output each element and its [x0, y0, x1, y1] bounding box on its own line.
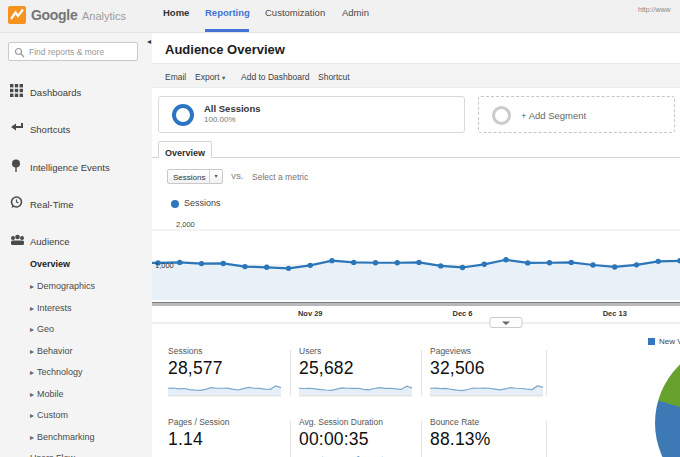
metric-value: 1.14	[168, 429, 286, 450]
sidebar-item-users-flow[interactable]: Users Flow	[0, 453, 152, 457]
metric-card-avg-duration: Avg. Session Duration 00:00:35	[299, 417, 417, 457]
metric-value: 32,506	[430, 358, 548, 379]
new-visitor-legend-swatch	[648, 338, 655, 345]
expand-arrow-icon: ▸	[30, 411, 34, 420]
metric-value: 25,682	[299, 358, 417, 379]
sessions-legend-dot-icon	[171, 200, 179, 208]
sidebar-item-geo[interactable]: ▸ Geo	[0, 324, 152, 338]
top-header: Google Analytics Home Reporting Customiz…	[0, 0, 680, 33]
shortcuts-arrow-icon	[10, 121, 24, 134]
expand-arrow-icon: ▸	[30, 304, 34, 313]
sidebar-item-label: Dashboards	[30, 87, 81, 98]
sidebar-item-custom[interactable]: ▸ Custom	[0, 410, 152, 424]
search-input[interactable]	[29, 44, 134, 59]
sidebar-item-label: Shortcuts	[30, 124, 70, 135]
shortcut-button[interactable]: Shortcut	[318, 72, 350, 82]
svg-text:Nov 29: Nov 29	[298, 309, 323, 318]
card-divider	[546, 421, 547, 457]
metric-card-users: Users 25,682	[299, 346, 417, 401]
select-metric-dropdown[interactable]: Select a metric	[252, 172, 308, 182]
add-segment-button[interactable]: + Add Segment	[478, 96, 675, 133]
expand-arrow-icon: ▸	[30, 390, 34, 399]
nav-home[interactable]: Home	[163, 7, 189, 18]
metric-label: Users	[299, 346, 417, 356]
segment-title: All Sessions	[204, 103, 261, 114]
svg-text:2,000: 2,000	[176, 220, 195, 229]
sidebar-item-shortcuts[interactable]: Shortcuts	[0, 121, 152, 139]
email-button[interactable]: Email	[165, 72, 186, 82]
sidebar-item-label: Real-Time	[30, 199, 73, 210]
sidebar-subitem-label: Mobile	[37, 389, 64, 399]
brand-google: Google	[31, 7, 77, 23]
card-divider	[290, 421, 291, 457]
metric-label: Avg. Session Duration	[299, 417, 417, 427]
card-divider	[546, 350, 547, 396]
sidebar-item-label: Audience	[30, 236, 70, 247]
sidebar-item-technology[interactable]: ▸ Technology	[0, 367, 152, 381]
nav-customization[interactable]: Customization	[265, 7, 325, 18]
metric-card-bounce-rate: Bounce Rate 88.13%	[430, 417, 548, 457]
visitor-type-pie-chart	[655, 342, 680, 457]
pages-session-sparkline	[168, 452, 281, 457]
sidebar-subitem-label: Overview	[30, 259, 70, 269]
dashboards-grid-icon	[10, 84, 23, 97]
add-to-dashboard-button[interactable]: Add to Dashboard	[241, 72, 310, 82]
expand-arrow-icon: ▸	[30, 325, 34, 334]
page-title: Audience Overview	[165, 42, 285, 57]
report-toolbar: Email Export ▾ Add to Dashboard Shortcut	[152, 63, 680, 88]
tab-overview[interactable]: Overview	[158, 141, 212, 158]
sidebar-item-audience[interactable]: Audience	[0, 233, 152, 251]
brand-analytics: Analytics	[82, 10, 126, 22]
sidebar-subitem-label: Behavior	[37, 346, 73, 356]
active-nav-underline	[205, 29, 249, 32]
collapse-sidebar-icon[interactable]: ◂	[147, 37, 151, 46]
card-divider	[421, 350, 422, 396]
sidebar-item-intelligence-events[interactable]: Intelligence Events	[0, 159, 152, 177]
segment-all-sessions[interactable]: All Sessions 100.00%	[158, 96, 465, 133]
segment-percent: 100.00%	[204, 115, 236, 124]
nav-admin[interactable]: Admin	[342, 7, 369, 18]
segment-ring-icon	[172, 104, 194, 126]
nav-reporting[interactable]: Reporting	[205, 7, 250, 18]
metric-label: Pageviews	[430, 346, 548, 356]
main-content: ◂ Audience Overview Email Export ▾ Add t…	[152, 33, 680, 457]
export-button[interactable]: Export ▾	[195, 72, 225, 82]
sidebar-item-real-time[interactable]: Real-Time	[0, 196, 152, 214]
sidebar-item-dashboards[interactable]: Dashboards	[0, 84, 152, 102]
avg-duration-sparkline	[299, 452, 412, 457]
sidebar-item-demographics[interactable]: ▸ Demographics	[0, 281, 152, 295]
expand-arrow-icon: ▸	[30, 282, 34, 291]
sidebar-item-label: Intelligence Events	[30, 162, 110, 173]
sidebar-item-mobile[interactable]: ▸ Mobile	[0, 389, 152, 403]
users-sparkline	[299, 381, 412, 397]
sidebar-subitem-label: Interests	[37, 303, 72, 313]
sessions-sparkline	[168, 381, 281, 397]
sidebar-item-interests[interactable]: ▸ Interests	[0, 303, 152, 317]
svg-text:Dec 6: Dec 6	[452, 309, 472, 318]
sidebar-item-benchmarking[interactable]: ▸ Benchmarking	[0, 432, 152, 446]
metric-value: 88.13%	[430, 429, 548, 450]
metric-value: 00:00:35	[299, 429, 417, 450]
sessions-legend-label: Sessions	[184, 198, 221, 208]
expand-arrow-icon: ▸	[30, 433, 34, 442]
report-search[interactable]	[8, 42, 138, 61]
sidebar-item-overview[interactable]: Overview	[0, 259, 152, 273]
tab-divider	[152, 157, 680, 158]
google-analytics-logo-icon	[8, 6, 26, 24]
bounce-rate-sparkline	[430, 452, 543, 457]
metric-select-dropdown[interactable]: Sessions ▾	[167, 169, 223, 184]
metric-card-pages-session: Pages / Session 1.14	[168, 417, 286, 457]
metric-label: Sessions	[168, 346, 286, 356]
sidebar: Dashboards Shortcuts Intelligence Events…	[0, 33, 152, 457]
sessions-line-chart: 2,0001,000Nov 29Dec 6Dec 13	[152, 215, 680, 330]
sidebar-subitem-label: Demographics	[37, 281, 95, 291]
expand-arrow-icon: ▸	[30, 347, 34, 356]
metric-card-pageviews: Pageviews 32,506	[430, 346, 548, 401]
sidebar-subitem-label: Users Flow	[30, 453, 75, 457]
svg-text:1,000: 1,000	[155, 261, 174, 270]
pageviews-sparkline	[430, 381, 543, 397]
caret-down-icon: ▾	[222, 74, 225, 81]
add-segment-label: + Add Segment	[521, 110, 586, 121]
sidebar-subitem-label: Benchmarking	[37, 432, 95, 442]
sidebar-item-behavior[interactable]: ▸ Behavior	[0, 346, 152, 360]
